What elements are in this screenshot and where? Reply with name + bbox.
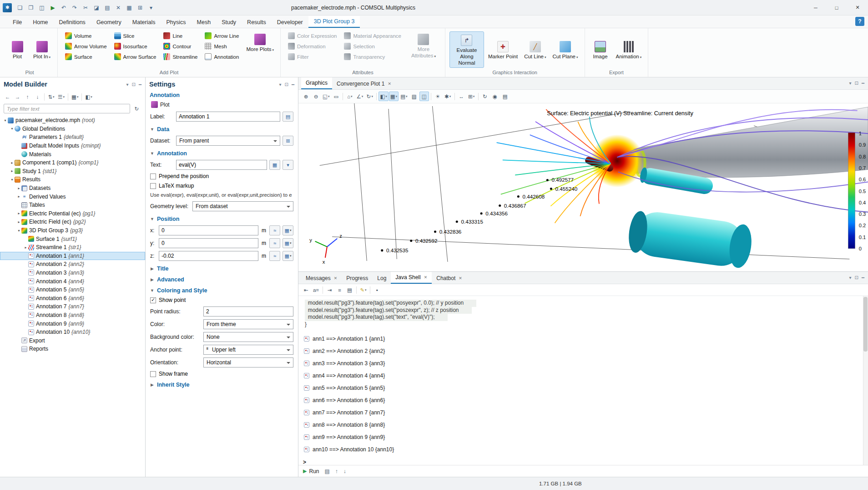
- toggle-sections-icon[interactable]: ◧▾: [84, 92, 93, 102]
- ribbon-tab-mesh[interactable]: Mesh: [192, 17, 217, 28]
- color-select[interactable]: From theme: [203, 319, 293, 329]
- paste-icon[interactable]: ▤: [102, 3, 112, 13]
- tree-node-annotation-6[interactable]: Annotation 6{ann6}: [0, 294, 145, 302]
- section-coloring-style[interactable]: ▼Coloring and Style: [150, 287, 293, 294]
- clip-planes-icon[interactable]: ◫: [419, 92, 429, 101]
- arrow-line-button[interactable]: Arrow Line: [202, 31, 242, 41]
- tree-node-annotation-9[interactable]: Annotation 9{ann9}: [0, 319, 145, 328]
- material-appearance-button[interactable]: Material Appearance: [341, 31, 404, 41]
- graphics-tab-convergence-plot-1[interactable]: Convergence Plot 1✕: [332, 78, 396, 89]
- tree-node-parameters-1[interactable]: PiParameters 1{default}: [0, 133, 145, 142]
- ribbon-tab-file[interactable]: File: [7, 17, 27, 28]
- tree-node-derived-values[interactable]: ▸=Derived Values: [0, 192, 145, 201]
- move-up-icon[interactable]: ↑: [23, 92, 32, 102]
- tree-node-3d-plot-group-3[interactable]: ▾3D Plot Group 3{pg3}: [0, 226, 145, 235]
- messages-tab-messages[interactable]: Messages✕: [301, 273, 342, 284]
- close-tab-icon[interactable]: ✕: [388, 82, 391, 86]
- collapse-panel-icon[interactable]: ━: [139, 82, 141, 87]
- section-annotation[interactable]: ▼Annotation: [150, 150, 293, 157]
- tree-node-datasets[interactable]: ▸Datasets: [0, 184, 145, 193]
- shell-scrollbar[interactable]: [863, 296, 868, 465]
- cut-plane-button[interactable]: Cut Plane▾: [550, 38, 580, 61]
- image-snapshot-icon[interactable]: ◉: [490, 92, 500, 101]
- back-icon[interactable]: ←: [3, 92, 12, 102]
- zoom-in-icon[interactable]: ⊕: [301, 92, 311, 101]
- marker-point-button[interactable]: Marker Point: [486, 38, 520, 61]
- graphics-canvas[interactable]: 0.4925770.4552400.4426080.4368670.434356…: [298, 103, 868, 271]
- add-dataset-button[interactable]: ⊞: [283, 136, 293, 146]
- panel-menu-icon[interactable]: ▾: [849, 81, 852, 86]
- messages-tab-chatbot[interactable]: Chatbot✕: [432, 273, 467, 284]
- float-panel-icon[interactable]: ⊡: [285, 82, 288, 87]
- forward-icon[interactable]: →: [13, 92, 22, 102]
- expand-icon[interactable]: ▸: [10, 169, 15, 173]
- section-data[interactable]: ▼Data: [150, 126, 293, 133]
- scene-light-icon[interactable]: ☀: [433, 92, 443, 101]
- tree-node-default-model-inputs[interactable]: Default Model Inputs{cminpt}: [0, 142, 145, 150]
- tree-node-annotation-5[interactable]: Annotation 5{ann5}: [0, 286, 145, 294]
- color-expression-button[interactable]: Color Expression: [285, 31, 340, 41]
- tree-node-annotation-8[interactable]: Annotation 8{ann8}: [0, 311, 145, 320]
- tree-node-annotation-3[interactable]: Annotation 3{ann3}: [0, 269, 145, 277]
- streamline-button[interactable]: Streamline: [160, 51, 201, 62]
- app-logo-icon[interactable]: ✱: [3, 3, 12, 12]
- new-model-icon[interactable]: ❏: [15, 3, 25, 13]
- help-icon[interactable]: ?: [855, 17, 864, 26]
- maximize-button[interactable]: □: [826, 0, 847, 15]
- transparency-button[interactable]: Transparency: [341, 51, 404, 62]
- grid-icon[interactable]: ▦▾: [389, 92, 399, 101]
- ribbon-tab-developer[interactable]: Developer: [272, 17, 308, 28]
- node-grouping-icon[interactable]: ▦▾: [70, 92, 80, 102]
- section-position[interactable]: ▼Position: [150, 216, 293, 222]
- surface-button[interactable]: Surface: [62, 51, 110, 62]
- java-shell-content[interactable]: model.result("pg3").feature(tag).set("po…: [298, 296, 868, 465]
- print-icon[interactable]: ▤: [500, 92, 510, 101]
- plot-in-button[interactable]: Plot In▾: [30, 38, 53, 61]
- tree-node-annotation-7[interactable]: Annotation 7{ann7}: [0, 302, 145, 311]
- evaluate-along-normal-button[interactable]: Evaluate Along Normal: [449, 31, 484, 67]
- ribbon-tab-geometry[interactable]: Geometry: [91, 17, 127, 28]
- volume-button[interactable]: Volume: [62, 31, 110, 41]
- ribbon-tab-physics[interactable]: Physics: [161, 17, 191, 28]
- close-tab-icon[interactable]: ✕: [459, 276, 462, 281]
- rename-button[interactable]: ▤: [283, 112, 293, 122]
- orientation-select[interactable]: Horizontal: [203, 357, 293, 368]
- collapse-icon[interactable]: ▾: [10, 127, 15, 131]
- tree-node-component-1-comp1[interactable]: ▸Component 1 (comp1){comp1}: [0, 158, 145, 167]
- tree-node-electric-potential-ec[interactable]: ▸Electric Potential (ec){pg1}: [0, 209, 145, 218]
- view-orientation-icon[interactable]: ∠▾: [355, 92, 364, 101]
- transparency-icon[interactable]: ▨: [409, 92, 419, 101]
- collapse-icon[interactable]: ▾: [16, 229, 21, 233]
- move-down-icon[interactable]: ↓: [33, 92, 42, 102]
- tree-node-reports[interactable]: Reports: [0, 345, 145, 353]
- panel-menu-icon[interactable]: ▾: [279, 82, 282, 87]
- y-input[interactable]: [159, 238, 258, 248]
- close-tab-icon[interactable]: ✕: [334, 276, 338, 281]
- tree-node-annotation-4[interactable]: Annotation 4{ann4}: [0, 277, 145, 286]
- ribbon-tab-materials[interactable]: Materials: [127, 17, 161, 28]
- selection-button[interactable]: Selection: [341, 41, 404, 51]
- graphics-tab-graphics[interactable]: Graphics: [301, 77, 332, 89]
- expression-menu-button[interactable]: ▾: [283, 160, 293, 170]
- z-input[interactable]: [159, 251, 258, 261]
- word-wrap-icon[interactable]: ▤: [345, 285, 354, 295]
- animation-button[interactable]: Animation▾: [614, 38, 644, 61]
- refresh-icon[interactable]: ↻: [132, 104, 141, 113]
- plot-button[interactable]: Plot: [6, 38, 29, 61]
- clear-shell-icon[interactable]: ⇤: [301, 285, 311, 295]
- open-script-icon[interactable]: ▤: [324, 468, 329, 475]
- panel-menu-icon[interactable]: ▾: [126, 82, 129, 87]
- show-point-checkbox[interactable]: [150, 297, 156, 303]
- expand-icon[interactable]: ▸: [16, 194, 21, 199]
- expand-icon[interactable]: ▸: [16, 220, 21, 224]
- indent-icon[interactable]: ⇥: [325, 285, 334, 295]
- minimize-button[interactable]: ─: [805, 0, 826, 15]
- tree-node-pacemaker-electrode-mph[interactable]: ▾pacemaker_electrode.mph(root): [0, 116, 145, 125]
- tree-node-global-definitions[interactable]: ▾Global Definitions: [0, 125, 145, 133]
- dataset-select[interactable]: From parent: [176, 136, 280, 146]
- filter-button[interactable]: Filter: [285, 51, 340, 62]
- ribbon-tab-study[interactable]: Study: [216, 17, 242, 28]
- select-box-icon[interactable]: ⊞▾: [467, 92, 476, 101]
- zoom-out-icon[interactable]: ⊖: [311, 92, 321, 101]
- tree-node-annotation-10[interactable]: Annotation 10{ann10}: [0, 328, 145, 337]
